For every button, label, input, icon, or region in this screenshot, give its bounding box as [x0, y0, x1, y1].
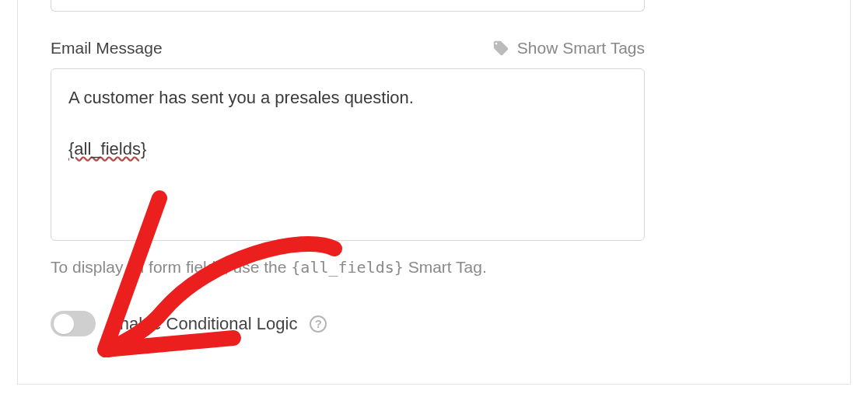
show-smart-tags-text: Show Smart Tags — [517, 39, 645, 57]
email-message-label: Email Message — [51, 39, 163, 57]
email-message-hint: To display all form fields, use the {all… — [51, 258, 817, 277]
email-message-editor[interactable]: A customer has sent you a presales quest… — [51, 68, 645, 241]
hint-suffix: Smart Tag. — [404, 258, 487, 276]
conditional-logic-row: Enable Conditional Logic ? — [51, 311, 817, 336]
previous-field-bottom — [51, 0, 645, 12]
conditional-logic-toggle[interactable] — [51, 311, 96, 336]
email-message-label-row: Email Message Show Smart Tags — [51, 39, 645, 57]
tag-icon — [492, 40, 509, 57]
hint-prefix: To display all form fields, use the — [51, 258, 291, 276]
toggle-knob — [54, 314, 74, 334]
hint-code: {all_fields} — [291, 258, 404, 277]
editor-smart-tag: {all_fields} — [68, 139, 146, 158]
conditional-logic-label: Enable Conditional Logic — [108, 314, 297, 334]
editor-tag-line: {all_fields} — [68, 136, 627, 162]
editor-line-1: A customer has sent you a presales quest… — [68, 85, 627, 110]
settings-panel: Email Message Show Smart Tags A customer… — [17, 0, 851, 385]
help-icon[interactable]: ? — [310, 315, 327, 333]
show-smart-tags-link[interactable]: Show Smart Tags — [492, 39, 645, 57]
